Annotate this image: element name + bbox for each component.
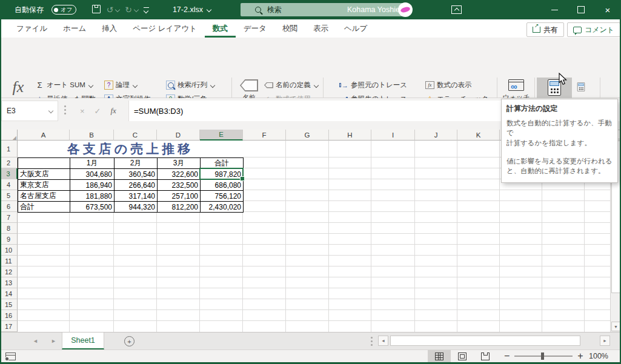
cell-C5[interactable]: 317,140	[115, 191, 158, 202]
tab-file[interactable]: ファイル	[8, 19, 55, 38]
cell-C2[interactable]: 2月	[115, 158, 158, 169]
zoom-slider[interactable]	[514, 356, 573, 357]
cell-A2[interactable]	[18, 158, 70, 169]
insert-function-fx-button[interactable]: fx	[111, 106, 116, 116]
cell-A3[interactable]: 大阪支店	[18, 169, 70, 180]
cell-C6[interactable]: 944,320	[115, 202, 158, 213]
page-break-view-button[interactable]	[474, 350, 497, 362]
autosum-button[interactable]: Σオート SUM	[35, 78, 103, 92]
column-header-E[interactable]: E	[200, 130, 243, 141]
zoom-in-button[interactable]: +	[577, 351, 583, 362]
tab-page-layout[interactable]: ページ レイアウト	[125, 19, 205, 38]
next-sheet-button[interactable]: ►	[51, 338, 56, 344]
ribbon-display-options-button[interactable]	[451, 5, 462, 14]
cell-D4[interactable]: 232,500	[158, 180, 201, 191]
column-header-A[interactable]: A	[18, 130, 70, 141]
column-header-B[interactable]: B	[70, 130, 114, 141]
record-macro-icon[interactable]	[5, 352, 16, 360]
row-header-15[interactable]: 15	[0, 299, 18, 310]
column-header-G[interactable]: G	[286, 130, 329, 141]
row-header-9[interactable]: 9	[0, 234, 18, 245]
column-header-C[interactable]: C	[114, 130, 157, 141]
zoom-level[interactable]: 100%	[589, 352, 608, 360]
file-name[interactable]: 17-2.xlsx	[173, 5, 211, 14]
tab-insert[interactable]: 挿入	[94, 19, 125, 38]
quick-access-customize-button[interactable]	[144, 7, 149, 13]
cancel-button[interactable]: ×	[80, 107, 85, 116]
row-header-7[interactable]: 7	[0, 212, 18, 223]
enter-button[interactable]: ✓	[95, 107, 101, 116]
column-header-D[interactable]: D	[157, 130, 200, 141]
minimize-button[interactable]	[541, 0, 568, 19]
maximize-button[interactable]	[568, 0, 594, 19]
show-formulas-button[interactable]: fx数式の表示	[425, 78, 496, 92]
row-header-16[interactable]: 16	[0, 310, 18, 321]
previous-sheet-button[interactable]: ◄	[33, 338, 38, 344]
tab-data[interactable]: データ	[236, 19, 274, 38]
cell-D3[interactable]: 322,600	[158, 169, 201, 180]
avatar[interactable]	[398, 2, 413, 17]
comments-button[interactable]: コメント	[567, 22, 620, 37]
close-button[interactable]: ×	[594, 0, 621, 19]
row-header-11[interactable]: 11	[0, 256, 18, 266]
selected-cell-E3[interactable]	[199, 168, 244, 180]
cell-A5[interactable]: 名古屋支店	[18, 191, 70, 202]
row-header-1[interactable]: 1	[0, 141, 18, 157]
lookup-reference-button[interactable]: 検索/行列	[166, 78, 227, 92]
trace-precedents-button[interactable]: →参照元のトレース	[339, 78, 422, 92]
cell-B2[interactable]: 1月	[70, 158, 115, 169]
row-header-14[interactable]: 14	[0, 288, 18, 299]
select-all-corner[interactable]	[0, 130, 18, 141]
cell-B3[interactable]: 304,680	[70, 169, 115, 180]
column-header-K[interactable]: K	[457, 130, 500, 141]
row-header-12[interactable]: 12	[0, 266, 18, 277]
scroll-left-button[interactable]: ◄	[378, 336, 388, 346]
name-box[interactable]: E3	[1, 101, 58, 121]
save-button[interactable]	[92, 5, 101, 15]
cell-D5[interactable]: 257,100	[158, 191, 201, 202]
page-layout-view-button[interactable]	[451, 350, 474, 362]
fill-handle[interactable]	[240, 176, 245, 181]
row-header-13[interactable]: 13	[0, 277, 18, 288]
scroll-down-button[interactable]: ▼	[611, 322, 620, 331]
cell-C4[interactable]: 266,640	[115, 180, 158, 191]
logical-button[interactable]: ?論理	[104, 78, 158, 92]
cell-D2[interactable]: 3月	[158, 158, 201, 169]
row-header-6[interactable]: 6	[0, 201, 18, 212]
cell-A6[interactable]: 合計	[18, 202, 70, 213]
column-header-F[interactable]: F	[243, 130, 286, 141]
cell-D6[interactable]: 812,200	[158, 202, 201, 213]
calculate-now-button[interactable]	[573, 79, 589, 94]
row-header-4[interactable]: 4	[0, 179, 18, 190]
horizontal-scroll-thumb[interactable]	[390, 336, 580, 346]
redo-button[interactable]: ↻	[125, 5, 138, 15]
cell-E4[interactable]: 686,080	[201, 180, 244, 191]
column-header-J[interactable]: J	[415, 130, 457, 141]
zoom-out-button[interactable]: −	[504, 351, 510, 362]
tab-view[interactable]: 表示	[305, 19, 336, 38]
cell-A4[interactable]: 東京支店	[18, 180, 70, 191]
undo-button[interactable]: ↺	[106, 5, 119, 15]
row-header-10[interactable]: 10	[0, 245, 18, 256]
row-header-17[interactable]: 17	[0, 321, 18, 332]
cell-B5[interactable]: 181,880	[70, 191, 115, 202]
user-name[interactable]: Kohama Yoshie	[347, 5, 400, 14]
cell-B6[interactable]: 673,500	[70, 202, 115, 213]
column-header-I[interactable]: I	[371, 130, 415, 141]
column-header-H[interactable]: H	[329, 130, 371, 141]
zoom-slider-thumb[interactable]	[541, 352, 544, 360]
formula-bar-resize-handle[interactable]	[64, 109, 66, 111]
tab-formulas[interactable]: 数式	[205, 19, 236, 38]
row-header-5[interactable]: 5	[0, 190, 18, 201]
cell-B4[interactable]: 186,940	[70, 180, 115, 191]
tab-home[interactable]: ホーム	[55, 19, 94, 38]
tab-help[interactable]: ヘルプ	[336, 19, 375, 38]
tab-bar-resize-handle[interactable]	[371, 340, 373, 342]
cell-C3[interactable]: 360,540	[115, 169, 158, 180]
new-sheet-button[interactable]: +	[124, 336, 134, 346]
autosave-toggle[interactable]: オフ	[51, 5, 76, 15]
scroll-right-button[interactable]: ►	[600, 336, 610, 346]
cell-E6[interactable]: 2,430,020	[201, 202, 244, 213]
row-header-2[interactable]: 2	[0, 157, 18, 168]
share-button[interactable]: 共有	[526, 22, 564, 37]
